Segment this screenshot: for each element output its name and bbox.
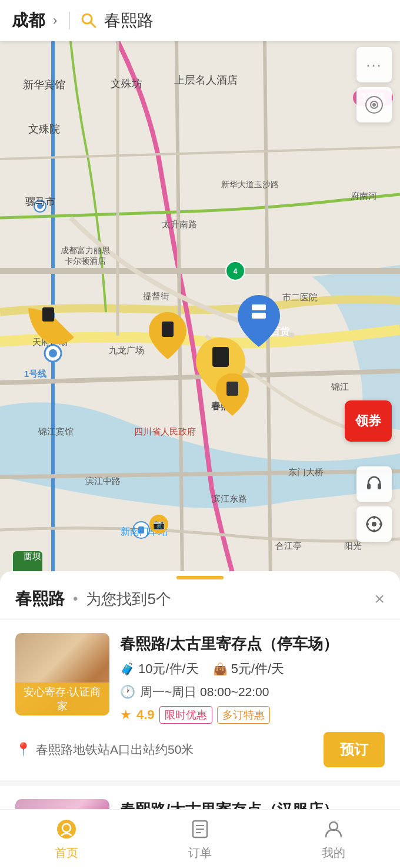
clock-icon-1: 🕐: [120, 685, 135, 699]
nav-item-profile[interactable]: 我的: [266, 817, 400, 861]
store-hours-1: 🕐 周一~周日 08:00~22:00: [120, 684, 385, 700]
store-location-1: 📍 春熙路地铁站A口出站约50米: [15, 741, 194, 758]
svg-rect-52: [162, 322, 174, 337]
store-info-1: 春熙路/太古里寄存点（停车场） 🧳 10元/件/天 👜 5元/件/天 🕐 周一~…: [120, 633, 385, 724]
store-badge-1: 安心寄存·认证商家: [15, 683, 109, 715]
svg-text:卡尔顿酒店: 卡尔顿酒店: [65, 256, 106, 266]
rating-num-1: 4.9: [136, 707, 155, 723]
locate-button[interactable]: [356, 506, 392, 542]
location-pin-icon-1: 📍: [15, 742, 31, 757]
map-container[interactable]: 成都 › 春熙路: [0, 0, 400, 583]
store-price-row-1: 🧳 10元/件/天 👜 5元/件/天: [120, 660, 385, 678]
bottom-nav: 首页 订单 我的: [0, 809, 400, 868]
svg-text:上层名人酒店: 上层名人酒店: [174, 74, 238, 86]
svg-text:府南河: 府南河: [351, 191, 377, 201]
results-close-button[interactable]: ×: [374, 589, 385, 609]
store-card-1: 安心寄存·认证商家 春熙路/太古里寄存点（停车场） 🧳 10元/件/天 👜 5元…: [0, 620, 400, 786]
search-divider: [69, 12, 70, 29]
store-name-1: 春熙路/太古里寄存点（停车场）: [120, 633, 385, 654]
svg-point-12: [49, 349, 57, 357]
nav-label-profile: 我的: [322, 845, 345, 861]
svg-text:文殊坊: 文殊坊: [111, 78, 142, 90]
store-card-bottom-1: 📍 春熙路地铁站A口出站约50米 预订: [15, 732, 385, 767]
results-count: 为您找到5个: [86, 589, 374, 609]
svg-text:阳光: 阳光: [344, 541, 362, 551]
bag-icon-1: 👜: [213, 662, 228, 676]
star-icon-1: ★: [120, 707, 132, 723]
order-icon: [188, 817, 212, 842]
tag-discount-1: 限时优惠: [159, 706, 212, 724]
svg-text:文殊院: 文殊院: [28, 123, 60, 135]
store-image-1: 安心寄存·认证商家: [15, 633, 109, 715]
map-more-button[interactable]: ···: [356, 47, 392, 82]
map-camera-button[interactable]: [356, 87, 392, 122]
nav-label-home: 首页: [55, 845, 78, 861]
svg-text:太升南路: 太升南路: [162, 219, 197, 229]
svg-text:西坝: 西坝: [24, 551, 41, 561]
search-icon: [79, 11, 98, 30]
results-separator: •: [73, 591, 78, 607]
svg-rect-55: [252, 304, 266, 310]
svg-rect-63: [378, 483, 381, 489]
city-label[interactable]: 成都: [12, 9, 45, 32]
book-button-1[interactable]: 预订: [324, 732, 385, 767]
nav-item-home[interactable]: 首页: [0, 817, 134, 861]
store-location-text-1: 春熙路地铁站A口出站约50米: [36, 741, 194, 758]
coupon-label: 领券: [355, 412, 381, 430]
map-bottom-controls: [356, 466, 392, 542]
svg-text:东门大桥: 东门大桥: [288, 467, 324, 477]
nav-item-orders[interactable]: 订单: [134, 817, 267, 861]
svg-text:新华大道玉沙路: 新华大道玉沙路: [221, 180, 279, 189]
search-query-text[interactable]: 春熙路: [104, 9, 388, 32]
search-bar: 成都 › 春熙路: [0, 0, 400, 41]
luggage-icon-1: 🧳: [120, 662, 135, 676]
svg-text:合江亭: 合江亭: [275, 541, 302, 551]
tag-bulk-1: 多订特惠: [217, 706, 270, 724]
svg-text:九龙广场: 九龙广场: [109, 345, 144, 355]
svg-text:成都富力丽思: 成都富力丽思: [61, 246, 110, 255]
svg-text:锦江宾馆: 锦江宾馆: [38, 426, 74, 436]
price-small-text-1: 10元/件/天: [138, 660, 199, 678]
svg-rect-54: [226, 382, 238, 396]
results-title: 春熙路: [15, 588, 65, 610]
price-large-text-1: 5元/件/天: [231, 660, 284, 678]
nav-label-orders: 订单: [188, 845, 212, 861]
svg-rect-62: [367, 483, 371, 489]
svg-text:骡马市: 骡马市: [25, 196, 55, 207]
headset-button[interactable]: [356, 466, 392, 502]
svg-text:滨江东路: 滨江东路: [212, 493, 247, 503]
svg-text:滨江中路: 滨江中路: [85, 476, 121, 486]
svg-rect-53: [212, 347, 229, 367]
svg-point-65: [372, 522, 376, 526]
price-large-1: 👜 5元/件/天: [213, 660, 284, 678]
svg-text:1号线: 1号线: [24, 369, 47, 379]
svg-text:新华宾馆: 新华宾馆: [23, 79, 65, 91]
svg-text:市二医院: 市二医院: [282, 292, 318, 302]
svg-line-1: [91, 22, 95, 27]
map-top-controls: ···: [356, 47, 392, 122]
store-card-top-1: 安心寄存·认证商家 春熙路/太古里寄存点（停车场） 🧳 10元/件/天 👜 5元…: [15, 633, 385, 724]
drag-handle[interactable]: [176, 576, 224, 579]
home-icon: [54, 817, 79, 842]
store-rating-row-1: ★ 4.9 限时优惠 多订特惠: [120, 706, 385, 724]
dots-icon: ···: [366, 56, 382, 74]
svg-rect-56: [252, 313, 266, 319]
price-small-1: 🧳 10元/件/天: [120, 660, 199, 678]
svg-point-70: [57, 820, 76, 839]
svg-text:四川省人民政府: 四川省人民政府: [134, 426, 196, 436]
svg-rect-51: [42, 307, 54, 322]
svg-text:4: 4: [234, 267, 238, 276]
profile-icon: [321, 817, 346, 842]
store-hours-text-1: 周一~周日 08:00~22:00: [140, 684, 269, 700]
svg-text:锦江: 锦江: [331, 382, 349, 392]
city-arrow: ›: [53, 13, 57, 28]
map-svg: 4 + 上层名人酒店 新华宾馆 文殊坊 3号线 文殊院 骡马市 成都富力丽思 卡…: [0, 41, 400, 583]
svg-text:提督街: 提督街: [143, 291, 169, 301]
svg-point-61: [372, 103, 376, 107]
coupon-button[interactable]: 领券: [345, 400, 392, 442]
svg-text:📷: 📷: [153, 519, 165, 530]
